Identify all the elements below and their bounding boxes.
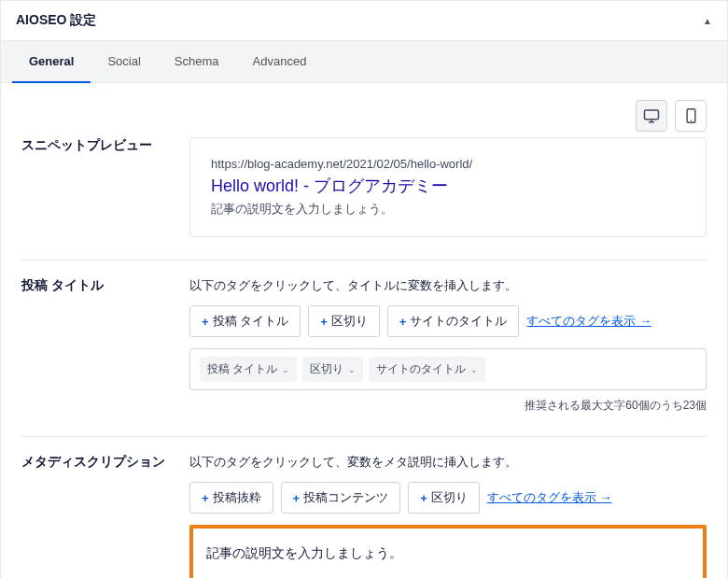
plus-icon: + (293, 491, 301, 505)
view-all-tags-link[interactable]: すべてのタグを表示 → (487, 489, 612, 506)
tab-schema[interactable]: Schema (158, 41, 236, 82)
chip-site-title[interactable]: サイトのタイトル⌄ (369, 357, 485, 382)
post-title-input[interactable]: 投稿 タイトル⌄ 区切り⌄ サイトのタイトル⌄ (189, 348, 707, 390)
tag-button-separator[interactable]: +区切り (408, 482, 480, 514)
post-title-body: 以下のタグをクリックして、タイトルに変数を挿入します。 +投稿 タイトル +区切… (189, 277, 707, 414)
tag-button-content[interactable]: +投稿コンテンツ (281, 482, 401, 514)
snippet-body: https://blog-academy.net/2021/02/05/hell… (189, 137, 707, 237)
svg-point-2 (690, 120, 691, 120)
panel-title: AIOSEO 設定 (16, 12, 96, 29)
plus-icon: + (320, 315, 328, 329)
panel-header: AIOSEO 設定 ▲ (1, 1, 727, 41)
post-title-helper: 以下のタグをクリックして、タイトルに変数を挿入します。 (189, 277, 707, 294)
plus-icon: + (202, 315, 209, 329)
tag-button-separator[interactable]: +区切り (308, 305, 380, 337)
tab-advanced[interactable]: Advanced (236, 41, 324, 82)
tab-social[interactable]: Social (91, 41, 157, 82)
chip-post-title[interactable]: 投稿 タイトル⌄ (200, 357, 297, 382)
chip-separator[interactable]: 区切り⌄ (302, 357, 363, 382)
aioseo-panel: AIOSEO 設定 ▲ General Social Schema Advanc… (0, 0, 728, 578)
mobile-view-button[interactable] (675, 100, 707, 132)
tab-bar: General Social Schema Advanced (1, 41, 727, 83)
tag-button-site-title[interactable]: +サイトのタイトル (387, 305, 520, 337)
plus-icon: + (420, 491, 427, 505)
snippet-preview-label: スニペットプレビュー (21, 137, 189, 154)
row-meta-description: メタディスクリプション 以下のタグをクリックして、変数をメタ説明に挿入します。 … (21, 436, 707, 578)
tag-button-post-title[interactable]: +投稿 タイトル (189, 305, 301, 337)
row-post-title: 投稿 タイトル 以下のタグをクリックして、タイトルに変数を挿入します。 +投稿 … (21, 260, 707, 419)
post-title-counter: 推奨される最大文字60個のうち23個 (189, 398, 707, 414)
meta-description-input[interactable]: 記事の説明文を入力しましょう。 (189, 525, 707, 578)
post-title-label: 投稿 タイトル (21, 277, 189, 294)
desktop-view-button[interactable] (636, 100, 667, 132)
tab-general[interactable]: General (12, 41, 91, 83)
snippet-url: https://blog-academy.net/2021/02/05/hell… (211, 157, 685, 171)
meta-description-body: 以下のタグをクリックして、変数をメタ説明に挿入します。 +投稿抜粋 +投稿コンテ… (189, 454, 707, 578)
meta-description-tags: +投稿抜粋 +投稿コンテンツ +区切り すべてのタグを表示 → (189, 482, 707, 514)
plus-icon: + (399, 315, 407, 329)
monitor-icon (643, 108, 660, 123)
chevron-down-icon: ⌄ (348, 365, 356, 374)
chevron-down-icon: ⌄ (282, 365, 289, 374)
row-snippet-preview: スニペットプレビュー https://blog-academy.net/2021… (21, 137, 707, 243)
meta-description-helper: 以下のタグをクリックして、変数をメタ説明に挿入します。 (189, 454, 707, 471)
meta-description-label: メタディスクリプション (21, 454, 189, 471)
snippet-title: Hello world! - ブログアカデミー (211, 175, 685, 197)
collapse-icon[interactable]: ▲ (703, 16, 712, 26)
snippet-preview-box: https://blog-academy.net/2021/02/05/hell… (189, 137, 707, 237)
chevron-down-icon: ⌄ (470, 365, 478, 374)
svg-rect-0 (645, 110, 659, 120)
content-area: スニペットプレビュー https://blog-academy.net/2021… (1, 83, 727, 578)
view-all-tags-link[interactable]: すべてのタグを表示 → (526, 313, 651, 330)
view-toggle (21, 83, 707, 137)
plus-icon: + (202, 491, 209, 505)
snippet-description: 記事の説明文を入力しましょう。 (211, 201, 685, 218)
mobile-icon (686, 108, 696, 123)
tag-button-excerpt[interactable]: +投稿抜粋 (189, 482, 273, 514)
post-title-tags: +投稿 タイトル +区切り +サイトのタイトル すべてのタグを表示 → (189, 305, 707, 337)
